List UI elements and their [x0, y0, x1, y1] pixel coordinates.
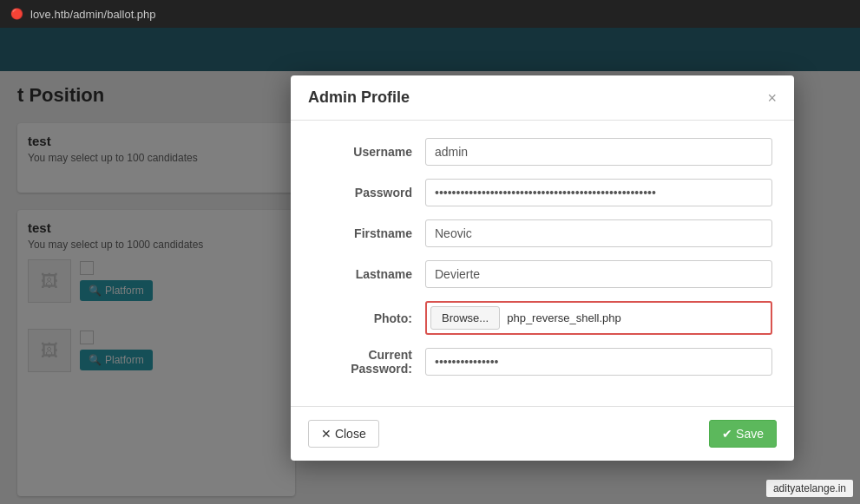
url-bar: love.htb/admin/ballot.php: [30, 8, 156, 21]
lastname-label: Lastname: [312, 267, 425, 281]
firstname-label: Firstname: [312, 226, 425, 240]
close-button[interactable]: ✕ Close: [308, 420, 379, 448]
modal-close-button[interactable]: ×: [767, 90, 777, 106]
page-container: t Position test You may select up to 100…: [0, 28, 860, 504]
admin-profile-modal: Admin Profile × Username Password Firstn…: [291, 75, 794, 461]
photo-label: Photo:: [312, 311, 425, 325]
modal-header: Admin Profile ×: [291, 75, 794, 121]
photo-group: Photo: Browse... php_reverse_shell.php: [312, 301, 772, 335]
password-group: Password: [312, 179, 772, 206]
browse-button[interactable]: Browse...: [430, 306, 500, 330]
password-label: Password: [312, 186, 425, 200]
photo-field-wrapper: Browse... php_reverse_shell.php: [425, 301, 772, 335]
url-icon: 🔴: [10, 8, 23, 20]
browser-bar: 🔴 love.htb/admin/ballot.php: [0, 0, 860, 28]
lastname-input[interactable]: [425, 260, 772, 288]
firstname-group: Firstname: [312, 219, 772, 247]
file-name: php_reverse_shell.php: [507, 311, 621, 324]
lastname-group: Lastname: [312, 260, 772, 288]
modal-body: Username Password Firstname Lastname Pho…: [291, 121, 794, 406]
firstname-input[interactable]: [425, 219, 772, 247]
username-input[interactable]: [425, 138, 772, 166]
username-label: Username: [312, 145, 425, 159]
current-password-input[interactable]: [425, 348, 772, 376]
watermark: adityatelange.in: [766, 480, 853, 497]
save-button[interactable]: ✔ Save: [709, 420, 777, 448]
modal-title: Admin Profile: [308, 88, 410, 107]
password-input[interactable]: [425, 179, 772, 206]
username-group: Username: [312, 138, 772, 166]
current-password-label: Current Password:: [312, 348, 425, 376]
current-password-group: Current Password:: [312, 348, 772, 376]
modal-footer: ✕ Close ✔ Save: [291, 406, 794, 461]
